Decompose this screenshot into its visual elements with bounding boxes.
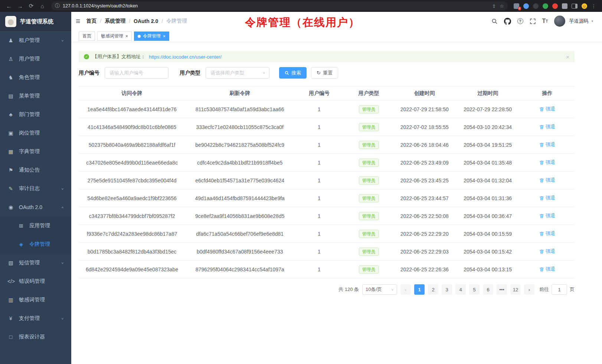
force-logout-button[interactable]: 强退 [539,230,555,237]
extension-icon[interactable] [533,3,539,9]
user-type-select[interactable]: 请选择用户类型 ∨ [206,67,269,79]
access-token-cell: 1ea5e44f8bc1467aaede43144f31de76 [79,100,185,118]
extension-icon[interactable] [552,3,558,9]
chevron-down-icon: ∨ [61,187,64,190]
app-logo[interactable]: 芋道管理系统 [0,12,71,31]
profile-avatar-icon[interactable]: ☺ [582,3,587,9]
token-table-row: 1ea5e44f8bc1467aaede43144f31de76811c5304… [79,100,575,118]
browser-reload-icon[interactable]: ⟳ [26,1,36,11]
help-icon[interactable]: ? [517,18,523,24]
view-tab[interactable]: 首页 [79,32,95,41]
force-logout-button[interactable]: 强退 [539,248,555,255]
page-size-select[interactable]: 10条/页 ∨ [362,284,397,295]
extensions-puzzle-icon[interactable] [562,3,567,9]
sidebar-item[interactable]: ⊞应用管理 [0,216,71,235]
pay-icon: ¥ [7,315,14,321]
sidebar-item[interactable]: </>错误码管理 [0,272,71,291]
token-table-row: 41c41346a548490f9dc8b01c6bfe0865333ecfc7… [79,118,575,136]
actions-cell: 强退 [520,243,575,261]
sidebar-item[interactable]: ♟租户管理∨ [0,31,71,50]
force-logout-button[interactable]: 强退 [539,266,555,272]
sidebar-item[interactable]: ♣部门管理 [0,105,71,124]
sidebar-item[interactable]: ◉OAuth 2.0∧ [0,198,71,216]
user-type-cell: 管理员 [344,225,394,243]
page-button[interactable]: 2 [428,284,438,295]
force-logout-button[interactable]: 强退 [539,212,555,219]
breadcrumb-item[interactable]: 首页 [86,18,96,24]
force-logout-button[interactable]: 强退 [539,106,555,112]
sidebar-item[interactable]: ✎审计日志∨ [0,179,71,198]
sidebar-item[interactable]: ▥敏感词管理 [0,291,71,309]
breadcrumb-item: 令牌管理 [166,18,187,24]
refresh-token-cell: cdfc4ce9c2da4bb1bdf21b9918ff4be5 [185,154,294,172]
page-button[interactable]: 3 [442,284,452,295]
page-button[interactable]: 5 [469,284,480,295]
chevron-down-icon: ∨ [61,39,64,42]
site-info-icon[interactable]: ⓘ [55,3,60,9]
page-button[interactable]: 1 [414,284,425,295]
address-bar[interactable]: ⓘ 127.0.0.1:1024/system/oauth2/token ⇧ ☆ [51,1,508,10]
close-tab-icon[interactable]: × [125,34,128,39]
user-avatar[interactable] [554,16,565,27]
collapse-sidebar-icon[interactable]: ≡ [76,17,80,26]
reset-button[interactable]: ↻ 重置 [311,67,338,79]
fullscreen-icon[interactable] [530,18,536,24]
filter-bar: 用户编号 用户类型 请选择用户类型 ∨ 搜索 ↻ 重置 [79,67,575,79]
sidebar-item[interactable]: ▦字典管理 [0,142,71,161]
force-logout-button[interactable]: 强退 [539,195,555,201]
close-tab-icon[interactable]: × [163,34,166,39]
chevron-down-icon[interactable]: ▾ [591,19,593,23]
user-type-cell: 管理员 [344,243,394,261]
goto-page-input[interactable] [552,284,567,295]
search-icon[interactable] [491,18,498,24]
font-size-icon[interactable]: TT [542,18,548,24]
page-button[interactable]: 12 [510,284,521,295]
sidebar-item[interactable]: ▤菜单管理 [0,87,71,105]
github-icon[interactable] [504,18,511,25]
sidebar-item[interactable]: ◈令牌管理 [0,235,71,254]
doc-link[interactable]: https://doc.iocoder.cn/user-center/ [149,54,222,60]
sidebar-item[interactable]: ▧短信管理∨ [0,254,71,272]
force-logout-button[interactable]: 强退 [539,177,555,183]
sidebar-item[interactable]: ¥支付管理∨ [0,309,71,328]
sidebar-item[interactable]: ♞角色管理 [0,68,71,87]
sidebar-item[interactable]: □报表设计器 [0,328,71,346]
force-logout-button[interactable]: 强退 [539,159,555,166]
user-id-input[interactable] [105,67,169,79]
extension-icon[interactable] [543,3,548,9]
extension-icon[interactable]: 6 [514,3,519,9]
force-logout-button[interactable]: 强退 [539,141,555,148]
sidebar-item[interactable]: ▣岗位管理 [0,124,71,142]
bookmark-star-icon[interactable]: ☆ [500,3,504,9]
more-pages-button[interactable]: ••• [497,284,507,295]
share-icon[interactable]: ⇧ [492,3,496,9]
sidebar-item[interactable]: ⚑通知公告 [0,161,71,179]
view-tab[interactable]: 敏感词管理× [97,32,132,41]
column-header: 访问令牌 [79,86,185,100]
user-name[interactable]: 芋道源码 [569,18,588,24]
browser-home-icon[interactable]: ⌂ [37,1,48,11]
sidebar-item[interactable]: ♙用户管理 [0,50,71,68]
browser-back-icon[interactable]: ← [4,1,14,11]
breadcrumb-item[interactable]: 系统管理 [105,18,125,24]
breadcrumb-item[interactable]: OAuth 2.0 [134,18,158,24]
prev-page-button[interactable]: ‹ [400,284,411,295]
page-size-value: 10条/页 [366,286,382,293]
close-alert-icon[interactable]: × [566,54,569,60]
force-logout-button[interactable]: 强退 [539,123,555,130]
expires-at-cell: 2054-03-04 00:15:59 [455,225,520,243]
user-type-cell: 管理员 [344,172,394,189]
side-panel-icon[interactable] [572,4,578,9]
sidebar-item-label: 租户管理 [19,37,40,44]
browser-forward-icon[interactable]: → [15,1,25,11]
view-tab[interactable]: 令牌管理× [134,32,169,41]
browser-menu-icon[interactable]: ⋮ [591,3,596,9]
created-at-cell: 2022-06-25 22:29:03 [393,243,455,261]
created-at-cell: 2022-06-25 23:44:57 [393,189,455,207]
page-button[interactable]: 4 [455,284,466,295]
extension-icon[interactable] [523,3,529,9]
page-button[interactable]: 6 [483,284,493,295]
search-button[interactable]: 搜索 [279,67,307,79]
goto-label: 前往 [539,286,549,293]
next-page-button[interactable]: › [524,284,534,295]
